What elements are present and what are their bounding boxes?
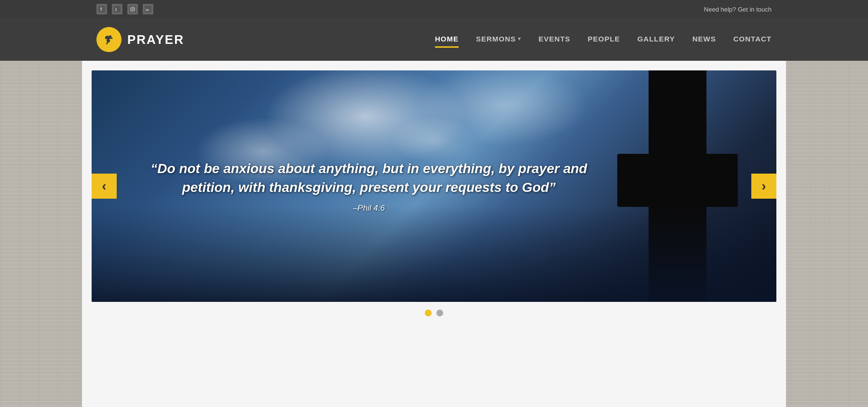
dot-2[interactable] bbox=[436, 310, 443, 316]
facebook-icon[interactable]: f bbox=[96, 4, 107, 14]
sermons-dropdown-arrow: ▾ bbox=[518, 36, 521, 42]
hero-slider: “Do not be anxious about anything, but i… bbox=[92, 70, 776, 302]
logo-area[interactable]: PRAYER bbox=[96, 27, 184, 52]
nav-item-gallery[interactable]: GALLERY bbox=[637, 35, 675, 45]
content-area: “Do not be anxious about anything, but i… bbox=[82, 61, 786, 407]
site-header: PRAYER HOME SERMONS ▾ EVENTS PEOPLE bbox=[0, 18, 868, 61]
twitter-icon[interactable]: t bbox=[112, 4, 122, 14]
svg-point-10 bbox=[107, 37, 108, 38]
linkedin-icon[interactable]: in bbox=[143, 4, 153, 14]
dove-icon bbox=[102, 32, 116, 47]
social-bar: f t in bbox=[0, 0, 868, 18]
svg-point-7 bbox=[134, 7, 135, 8]
social-icons-group: f t in bbox=[96, 4, 153, 14]
help-text: Need help? Get in touch bbox=[704, 6, 772, 13]
slider-prev-button[interactable]: ‹ bbox=[92, 174, 117, 199]
slide-1: “Do not be anxious about anything, but i… bbox=[92, 70, 776, 302]
slide-text: “Do not be anxious about anything, but i… bbox=[130, 159, 608, 213]
nav-item-people[interactable]: PEOPLE bbox=[588, 35, 620, 45]
main-nav: HOME SERMONS ▾ EVENTS PEOPLE GALLERY bbox=[435, 35, 772, 45]
nav-item-sermons[interactable]: SERMONS ▾ bbox=[476, 35, 521, 45]
instagram-icon[interactable] bbox=[127, 4, 138, 14]
cross-shape bbox=[617, 70, 738, 302]
svg-rect-4 bbox=[129, 6, 136, 13]
logo-circle bbox=[96, 27, 122, 52]
nav-item-events[interactable]: EVENTS bbox=[539, 35, 570, 45]
brand-name: PRAYER bbox=[127, 32, 184, 47]
slide-reference: –Phil 4:6 bbox=[130, 204, 608, 213]
svg-text:t: t bbox=[115, 7, 117, 12]
svg-text:in: in bbox=[146, 8, 149, 12]
cross-horizontal bbox=[617, 154, 738, 207]
dot-1[interactable] bbox=[425, 310, 432, 316]
slide-quote: “Do not be anxious about anything, but i… bbox=[130, 159, 608, 197]
nav-item-contact[interactable]: CONTACT bbox=[733, 35, 772, 45]
slider-next-button[interactable]: › bbox=[751, 174, 776, 199]
nav-item-home[interactable]: HOME bbox=[435, 35, 459, 45]
slider-dots bbox=[92, 302, 776, 324]
nav-item-news[interactable]: NEWS bbox=[692, 35, 716, 45]
